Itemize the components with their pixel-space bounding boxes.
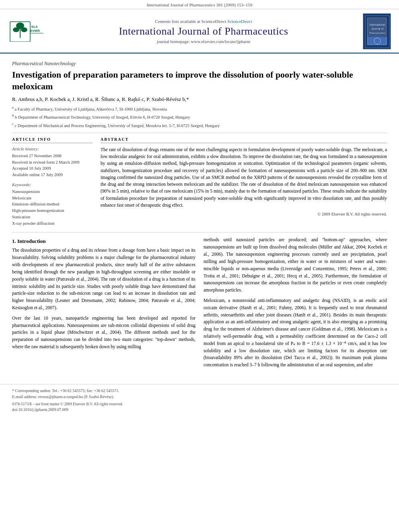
abstract-text: The rate of dissolution of drugs remains… [101, 146, 387, 209]
right-paragraph-1: methods until nanosized particles are pr… [204, 236, 387, 294]
article-title: Investigation of preparation parameters … [12, 69, 387, 92]
intro-section-title: 1. Introduction [12, 238, 195, 244]
keyword-1: Nanosuspension [12, 189, 93, 195]
svg-text:Pharmaceutics: Pharmaceutics [369, 32, 385, 34]
history-revised: Received in revised form 2 March 2009 [12, 159, 93, 166]
footer-notes: * Corresponding author. Tel.: +36 62 545… [12, 388, 387, 400]
keyword-2: Meloxicam [12, 195, 93, 201]
intro-paragraph-2: Over the last 10 years, nanoparticle eng… [12, 315, 195, 351]
affiliation-a: a a Faculty of Pharmacy, University of L… [12, 105, 387, 112]
svg-text:ELS: ELS [31, 25, 38, 29]
journal-cover-image: International Journal of Pharmaceutics [363, 13, 391, 49]
contents-line: Contents lists available at ScienceDirec… [52, 19, 355, 24]
journal-reference-bar: International Journal of Pharmaceutics 3… [0, 0, 399, 9]
affiliations-block: a a Faculty of Pharmacy, University of L… [12, 105, 387, 129]
svg-point-3 [13, 27, 19, 32]
svg-text:International: International [370, 23, 385, 26]
authors-line: R. Ambrus a,b, P. Kocbek a, J. Kristl a,… [12, 96, 387, 103]
history-online: Available online 17 July 2009 [12, 172, 93, 178]
article-info-abstract-section: ARTICLE INFO Article history: Received 2… [12, 137, 387, 227]
keyword-4: High-pressure homogenization [12, 207, 93, 214]
article-info-header: ARTICLE INFO [12, 137, 93, 143]
intro-paragraph-1: The dissolution properties of a drug and… [12, 247, 195, 311]
abstract-column: ABSTRACT The rate of dissolution of drug… [101, 137, 387, 227]
homepage-line: journal homepage: www.elsevier.com/locat… [52, 39, 355, 44]
keyword-6: X-ray powder diffraction [12, 220, 93, 227]
intro-section-number: 1. [12, 238, 16, 244]
article-body: Pharmaceutical Nanotechnology Investigat… [0, 53, 399, 380]
affiliation-c: c c Department of Mechanical and Process… [12, 121, 387, 129]
section-label: Pharmaceutical Nanotechnology [12, 61, 387, 67]
divider-2 [12, 232, 387, 232]
svg-rect-13 [367, 37, 387, 45]
article-info-column: ARTICLE INFO Article history: Received 2… [12, 137, 93, 227]
footer-issn: 0378-5173/$ – see front matter © 2009 El… [12, 402, 387, 406]
corresponding-author-note: * Corresponding author. Tel.: +36 62 545… [12, 388, 387, 394]
main-right-column: methods until nanosized particles are pr… [204, 236, 387, 372]
article-history-title: Article history: [12, 146, 93, 151]
intro-section-name: Introduction [17, 238, 46, 244]
main-left-column: 1. Introduction The dissolution properti… [12, 236, 195, 372]
svg-rect-7 [30, 33, 43, 33]
svg-text:EVIER: EVIER [30, 29, 40, 33]
svg-point-4 [21, 27, 27, 32]
keywords-title: Keywords: [12, 182, 93, 187]
keyword-5: Sonication [12, 214, 93, 220]
keyword-3: Emulsion–diffusion method [12, 201, 93, 207]
svg-point-14 [374, 38, 380, 44]
journal-reference-text: International Journal of Pharmaceutics 3… [147, 2, 253, 7]
page-footer: * Corresponding author. Tel.: +36 62 545… [0, 384, 399, 414]
svg-text:Journal of: Journal of [371, 27, 384, 30]
sciencedirect-link[interactable]: ScienceDirect [227, 19, 252, 24]
email-note: E-mail address: revesz@pharm.u-szeged.hu… [12, 394, 387, 400]
elsevier-logo: ELS EVIER [8, 20, 44, 43]
doi-text: doi:10.1016/j.ijpharm.2009.07.009 [12, 407, 68, 412]
authors-text: R. Ambrus a,b, P. Kocbek a, J. Kristl a,… [12, 96, 189, 102]
svg-rect-9 [365, 16, 389, 48]
history-accepted: Accepted 10 July 2009 [12, 165, 93, 172]
divider-1 [12, 133, 387, 133]
copyright-notice: © 2009 Elsevier B.V. All rights reserved… [101, 212, 387, 216]
abstract-header: ABSTRACT [101, 137, 387, 143]
history-received: Received 27 November 2008 [12, 153, 93, 159]
affiliation-b: b b Department of Pharmaceutical Technol… [12, 113, 387, 120]
footer-doi: doi:10.1016/j.ijpharm.2009.07.009 [12, 407, 387, 412]
issn-text: 0378-5173/$ – see front matter © 2009 El… [12, 402, 123, 406]
right-paragraph-2: Meloxicam, a nonsteroidal anti-inflammat… [204, 297, 387, 369]
journal-header: ELS EVIER Contents lists available at Sc… [0, 9, 399, 53]
main-content: 1. Introduction The dissolution properti… [12, 236, 387, 372]
journal-title-block: Contents lists available at ScienceDirec… [52, 19, 355, 44]
journal-name: International Journal of Pharmaceutics [52, 25, 355, 37]
